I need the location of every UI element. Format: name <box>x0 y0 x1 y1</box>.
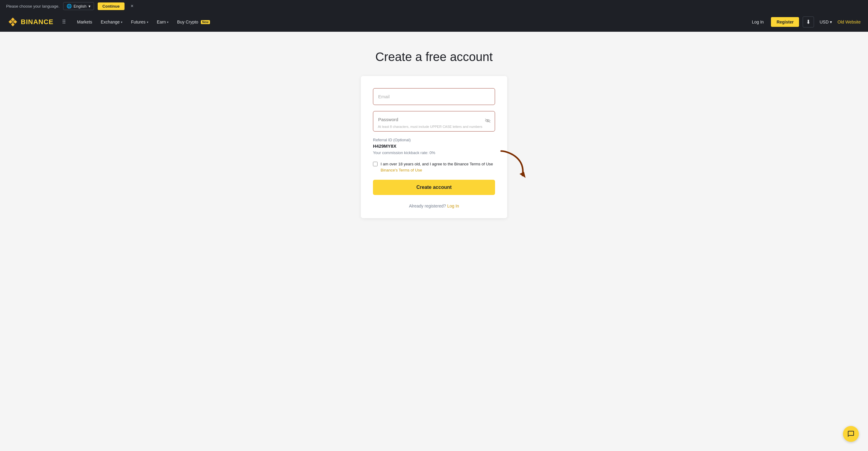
email-field[interactable] <box>373 88 495 105</box>
terms-text: I am over 18 years old, and I agree to t… <box>380 162 493 166</box>
nav-markets[interactable]: Markets <box>73 17 96 27</box>
referral-group: Referral ID (Optional) H429MY8X Your com… <box>373 138 495 155</box>
nav-exchange[interactable]: Exchange ▾ <box>97 17 126 27</box>
main-content: Create a free account At least 8 charact… <box>0 32 868 451</box>
terms-text-group: I am over 18 years old, and I agree to t… <box>380 161 493 172</box>
currency-label: USD <box>819 20 829 24</box>
password-input-group: At least 8 characters, must include UPPE… <box>373 111 495 131</box>
globe-icon: 🌐 <box>66 4 72 8</box>
terms-row: I am over 18 years old, and I agree to t… <box>373 161 495 172</box>
lang-bar-message: Please choose your language. <box>6 4 60 8</box>
referral-label: Referral ID (Optional) <box>373 138 495 142</box>
logo[interactable]: BINANCE <box>7 17 54 28</box>
chevron-down-icon: ▾ <box>147 21 148 24</box>
login-button[interactable]: Log In <box>748 17 767 27</box>
logo-text: BINANCE <box>21 18 54 26</box>
language-label: English <box>73 4 87 8</box>
eye-hidden-icon[interactable] <box>485 118 491 125</box>
language-bar: Please choose your language. 🌐 English ▾… <box>0 0 868 12</box>
page-title: Create a free account <box>375 50 493 64</box>
password-field[interactable] <box>373 111 495 131</box>
svg-marker-1 <box>520 172 526 178</box>
register-button[interactable]: Register <box>771 17 799 27</box>
create-account-button[interactable]: Create account <box>373 180 495 195</box>
chevron-down-icon: ▾ <box>167 21 168 24</box>
download-button[interactable]: ⬇ <box>803 17 814 28</box>
binance-logo-icon <box>7 17 18 28</box>
terms-checkbox[interactable] <box>373 162 377 166</box>
already-registered: Already registered? Log In <box>373 203 495 208</box>
currency-selector[interactable]: USD ▾ <box>818 17 834 27</box>
already-registered-text: Already registered? <box>409 203 446 208</box>
continue-button[interactable]: Continue <box>98 2 125 10</box>
nav-futures[interactable]: Futures ▾ <box>127 17 152 27</box>
chevron-down-icon: ▾ <box>121 21 122 24</box>
commission-rate: Your commission kickback rate: 0% <box>373 151 495 155</box>
language-selector[interactable]: 🌐 English ▾ <box>63 2 94 10</box>
nav-links: Markets Exchange ▾ Futures ▾ Earn ▾ Buy … <box>73 17 741 27</box>
chevron-down-icon: ▾ <box>830 20 832 24</box>
navbar: BINANCE ⠿ Markets Exchange ▾ Futures ▾ E… <box>0 12 868 32</box>
registration-form: At least 8 characters, must include UPPE… <box>361 76 507 218</box>
grid-icon[interactable]: ⠿ <box>62 19 66 25</box>
referral-code: H429MY8X <box>373 143 495 149</box>
chevron-down-icon: ▾ <box>89 4 91 8</box>
nav-buy-crypto[interactable]: Buy Crypto New <box>173 17 214 27</box>
terms-link[interactable]: Binance's Terms of Use <box>380 168 493 172</box>
nav-right: Log In Register ⬇ USD ▾ Old Website <box>748 17 861 28</box>
old-website-link[interactable]: Old Website <box>837 20 861 24</box>
email-input-group <box>373 88 495 105</box>
chat-button[interactable] <box>843 426 859 442</box>
form-card-wrapper: At least 8 characters, must include UPPE… <box>361 76 507 218</box>
close-icon[interactable]: × <box>131 3 133 9</box>
nav-earn[interactable]: Earn ▾ <box>153 17 173 27</box>
login-link[interactable]: Log In <box>447 203 459 208</box>
